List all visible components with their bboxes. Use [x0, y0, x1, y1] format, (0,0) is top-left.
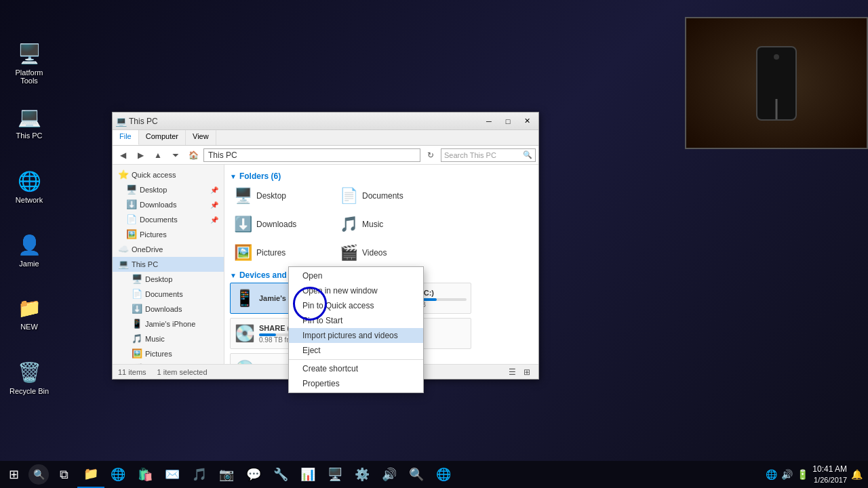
ctx-pin-start[interactable]: Pin to Start	[289, 313, 423, 328]
taskbar-extra-7[interactable]: ⚙️	[349, 461, 376, 488]
ctx-import-pictures[interactable]: Import pictures and videos	[289, 328, 423, 343]
taskbar-store[interactable]: 🛍️	[132, 461, 159, 488]
folders-arrow-icon: ▼	[230, 173, 237, 180]
sidebar-item-documents[interactable]: 📄 Documents 📌	[113, 212, 224, 227]
taskbar-task-view[interactable]: ⧉	[50, 461, 77, 488]
taskbar-extra-1[interactable]: 🎵	[186, 461, 213, 488]
taskbar-chrome[interactable]: 🌐	[430, 461, 457, 488]
documents-folder-icon: 📄	[339, 188, 358, 204]
nav-forward-button[interactable]: ▶	[133, 148, 148, 163]
search-box[interactable]: Search This PC 🔍	[441, 148, 536, 162]
desktop-folder-icon: 🖥️	[233, 188, 252, 204]
pictures-folder-icon: 🖼️	[233, 245, 252, 261]
refresh-button[interactable]: ↻	[423, 148, 438, 163]
pictures2-icon: 🖼️	[132, 348, 142, 359]
ctx-properties[interactable]: Properties	[289, 376, 423, 391]
sidebar-item-pictures2[interactable]: 🖼️ Pictures	[113, 346, 224, 361]
folder-documents[interactable]: 📄 Documents	[336, 184, 437, 208]
tray-network-icon[interactable]: 🌐	[766, 469, 777, 480]
documents2-icon: 📄	[132, 289, 142, 300]
folder-music[interactable]: 🎵 Music	[336, 212, 437, 237]
folder-desktop[interactable]: 🖥️ Desktop	[230, 184, 332, 208]
tray-battery-icon[interactable]: 🔋	[797, 469, 808, 480]
videos-folder-icon: 🎬	[339, 245, 358, 261]
view-details-button[interactable]: ☰	[506, 366, 518, 378]
downloads-folder-icon: ⬇️	[233, 216, 252, 232]
ctx-pin-quick-access[interactable]: Pin to Quick access	[289, 298, 423, 313]
desktop-icon-this-pc[interactable]: 💻 This PC	[5, 100, 53, 142]
sidebar-item-music[interactable]: 🎵 Music	[113, 331, 224, 346]
quick-access-icon: ⭐	[118, 169, 129, 180]
nav-recent-button[interactable]: ⏷	[168, 148, 183, 163]
nav-up-button[interactable]: ▲	[151, 148, 165, 163]
downloads-nav-icon: ⬇️	[126, 199, 137, 210]
dvd-drive-icon: 💿	[235, 359, 255, 364]
ctx-eject[interactable]: Eject	[289, 343, 423, 358]
new-desktop-icon: 📁	[16, 294, 43, 321]
network-desktop-icon: 🌐	[16, 167, 43, 195]
folder-pictures[interactable]: 🖼️ Pictures	[230, 241, 332, 265]
sidebar-item-this-pc[interactable]: 💻 This PC	[113, 257, 224, 272]
sidebar-item-downloads2[interactable]: ⬇️ Downloads	[113, 302, 224, 317]
desktop-nav-icon: 🖥️	[126, 184, 137, 195]
view-tiles-button[interactable]: ⊞	[521, 366, 533, 378]
tab-computer[interactable]: Computer	[139, 130, 186, 145]
window-icon: 💻	[115, 116, 126, 127]
taskbar-extra-3[interactable]: 💬	[240, 461, 267, 488]
taskbar-extra-8[interactable]: 🔊	[376, 461, 403, 488]
sidebar-item-jamies-iphone[interactable]: 📱 Jamie's iPhone	[113, 317, 224, 331]
sidebar-item-pictures[interactable]: 🖼️ Pictures	[113, 227, 224, 242]
sidebar-item-quick-access[interactable]: ⭐ Quick access	[113, 167, 224, 182]
tab-view[interactable]: View	[186, 130, 216, 145]
iphone-drive-icon: 📱	[235, 289, 255, 308]
sidebar-item-desktop[interactable]: 🖥️ Desktop 📌	[113, 182, 224, 197]
start-button[interactable]: ⊞	[0, 461, 27, 488]
taskbar-extra-4[interactable]: 🔧	[267, 461, 294, 488]
phone-device	[756, 46, 797, 121]
desktop-icon-jamie[interactable]: 👤 Jamie	[5, 228, 53, 270]
taskbar-edge[interactable]: 🌐	[104, 461, 132, 488]
taskbar-extra-9[interactable]: 🔍	[403, 461, 430, 488]
sidebar-item-downloads[interactable]: ⬇️ Downloads 📌	[113, 197, 224, 212]
ribbon-tabs: File Computer View	[113, 130, 538, 145]
sidebar-item-onedrive[interactable]: ☁️ OneDrive	[113, 242, 224, 257]
tab-file[interactable]: File	[113, 130, 139, 145]
this-pc-desktop-icon: 💻	[16, 103, 43, 130]
folders-section-header[interactable]: ▼ Folders (6)	[230, 171, 533, 181]
system-clock[interactable]: 10:41 AM 1/26/2017	[812, 464, 847, 485]
tray-notification-icon[interactable]: 🔔	[851, 469, 863, 480]
taskbar-file-explorer[interactable]: 📁	[77, 461, 104, 488]
folder-downloads[interactable]: ⬇️ Downloads	[230, 212, 332, 237]
nav-home-button[interactable]: 🏠	[186, 148, 201, 163]
close-button[interactable]: ✕	[518, 115, 536, 128]
minimize-button[interactable]: ─	[480, 115, 498, 128]
folders-grid: 🖥️ Desktop 📄 Documents ⬇️ Downloads 🎵 Mu…	[230, 184, 533, 265]
taskbar-extra-5[interactable]: 📊	[294, 461, 321, 488]
desktop-icon-network[interactable]: 🌐 Network	[5, 165, 53, 207]
address-path[interactable]: This PC	[203, 148, 420, 162]
nav-back-button[interactable]: ◀	[115, 148, 130, 163]
taskbar-extra-2[interactable]: 📷	[213, 461, 240, 488]
desktop-icon-platform-tools[interactable]: 🖥️ Platform Tools	[5, 37, 53, 87]
ribbon: File Computer View	[113, 130, 538, 146]
this-pc-nav-icon: 💻	[118, 259, 129, 270]
music-folder-icon: 🎵	[339, 216, 358, 232]
ctx-separator	[289, 359, 423, 360]
taskbar-search-button[interactable]: 🔍	[28, 464, 49, 485]
taskbar-extra-6[interactable]: 🖥️	[321, 461, 349, 488]
sidebar-item-desktop2[interactable]: 🖥️ Desktop	[113, 272, 224, 287]
sidebar-item-documents2[interactable]: 📄 Documents	[113, 287, 224, 302]
taskbar: ⊞ 🔍 ⧉ 📁 🌐 🛍️ ✉️ 🎵 📷 💬 🔧 📊 🖥️ ⚙️ 🔊 🔍 🌐 🌐 …	[0, 461, 868, 488]
ctx-open-new-window[interactable]: Open in new window	[289, 283, 423, 298]
folder-videos[interactable]: 🎬 Videos	[336, 241, 437, 265]
desktop-icon-recycle-bin[interactable]: 🗑️ Recycle Bin	[5, 356, 53, 398]
desktop-icon-new[interactable]: 📁 NEW	[5, 291, 53, 333]
downloads2-icon: ⬇️	[132, 304, 142, 314]
phone-camera-overlay	[685, 17, 868, 149]
maximize-button[interactable]: □	[499, 115, 517, 128]
taskbar-mail[interactable]: ✉️	[159, 461, 186, 488]
tray-volume-icon[interactable]: 🔊	[781, 469, 793, 480]
ctx-create-shortcut[interactable]: Create shortcut	[289, 361, 423, 376]
pictures-nav-icon: 🖼️	[126, 229, 137, 240]
ctx-open[interactable]: Open	[289, 268, 423, 283]
